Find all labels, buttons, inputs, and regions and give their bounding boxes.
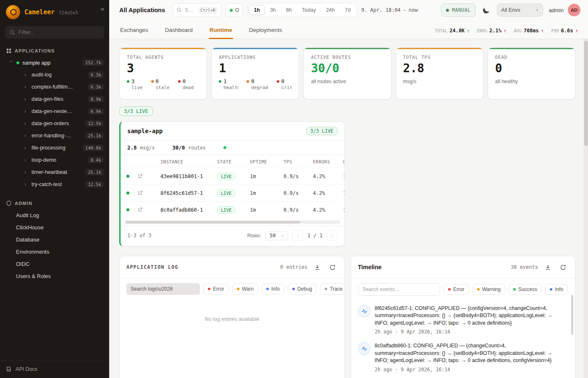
tab-runtime[interactable]: Runtime [209,22,233,39]
sidebar-item-sample-app[interactable]: › sample app 252.7k [0,57,109,68]
tab-bar: Exchanges Dashboard Runtime Deployments … [109,20,588,39]
sidebar-filter-input[interactable] [18,29,100,35]
stat-value: 6.6s [561,28,573,34]
time-range-1h[interactable]: 1h [249,5,265,15]
page-scrollbar-thumb[interactable] [584,41,588,146]
timeline-scrollbar-thumb[interactable] [571,295,573,335]
timeline-filter-warning[interactable]: Warning [472,284,505,295]
next-page-button[interactable]: › [327,230,338,241]
stat-label: ERR% [477,29,487,33]
environment-select[interactable]: All Envs ▾ [497,3,543,17]
count-badge: 252.7k [82,59,104,66]
external-link-icon[interactable] [137,207,160,213]
sidebar-item-data-gen-orders[interactable]: ›data-gen-orders12.5k [0,117,109,129]
cell-errors: 4.2% [313,207,343,213]
avatar[interactable]: AD [568,4,580,16]
horizontal-scrollbar-thumb[interactable] [126,221,300,223]
tab-dashboard[interactable]: Dashboard [164,22,194,39]
sidebar-item-audit-log-admin[interactable]: Audit Log [0,209,109,221]
time-range-3h[interactable]: 3h [265,5,281,15]
breakdown-label: criti [281,85,292,90]
log-filter-error[interactable]: Error [203,284,229,294]
timeline-filter-success[interactable]: Success [509,284,542,295]
api-docs-link[interactable]: API Docs [0,360,109,378]
refresh-icon[interactable] [557,262,568,273]
sidebar-item-file-processing[interactable]: ›file-processing140.8k [0,142,109,154]
download-icon[interactable] [312,262,323,273]
card-body: ACTIVE ROUTES 30/0 all routes active [304,49,391,90]
date-range-display[interactable]: 9. Apr. 18:04 — now [361,7,418,13]
timeline-event[interactable]: 43ee9811b801-1: CONFIG_APPLIED — {change… [358,376,569,378]
sidebar-item-audit-log[interactable]: ›audit-log6.3k [0,68,109,81]
global-search-button[interactable]: S… Ctrl+K [173,3,221,17]
application-log-header: APPLICATION LOG 0 entries [120,256,344,278]
rows-per-page-select[interactable]: 50▾ [265,231,288,240]
manual-dot [446,9,449,12]
status-dot [219,80,221,83]
log-filter-warn[interactable]: Warn [232,284,258,294]
timeline-filter-info[interactable]: Info [545,284,568,295]
applications-section-header: APPLICATIONS [0,45,109,57]
cell-uptime: 1m [250,173,284,179]
sidebar-item-data-gen-files[interactable]: ›data-gen-files8.9k [0,93,109,105]
time-range-7d[interactable]: 7d [340,5,356,15]
card-body: DEAD 0 all healthy [488,49,575,90]
online-indicator[interactable]: O [226,3,243,17]
log-filter-debug[interactable]: Debug [288,284,317,294]
download-icon[interactable] [542,262,553,273]
sidebar-collapse-button[interactable]: « [101,5,104,12]
card-body: TOTAL TPS 2.8 msg/s [396,49,483,90]
count-badge: 12.5k [85,120,104,127]
external-link-icon[interactable] [137,173,160,179]
cell-instance: 43ee9811b801-1 [160,173,217,179]
chip-label: Info [271,286,280,292]
status-dot [292,288,295,290]
table-row[interactable]: 8c0affadb860-1 LIVE 1m 0.9/s 4.2% 1 [121,201,344,218]
sidebar-item-error-handling[interactable]: ›error-handling-…25.1k [0,129,109,142]
page-title: All Applications [119,7,165,13]
timeline-event[interactable]: 8c0affadb860-1: CONFIG_APPLIED — {change… [358,339,569,376]
status-dot [448,288,451,291]
timeline-event[interactable]: 8f6245c61d57-1: CONFIG_APPLIED — {config… [358,301,569,339]
sidebar-item-try-catch-test[interactable]: ›try-catch-test12.5k [0,178,109,190]
sidebar-item-database[interactable]: Database [0,234,109,246]
log-filter-trace[interactable]: Trace [320,284,345,294]
time-range-today[interactable]: Today [297,5,321,15]
status-dot [223,146,226,149]
count-badge: 12.5k [85,181,104,188]
live-filter-chip[interactable]: 3/3 LIVE [119,107,153,116]
log-search-input[interactable] [126,283,200,295]
manual-refresh-button[interactable]: MANUAL [441,3,476,17]
time-range-24h[interactable]: 24h [321,5,340,15]
table-row[interactable]: 8f6245c61d57-1 LIVE 1m 0.9/s 4.2% 1 [121,184,344,201]
time-range-6h[interactable]: 6h [281,5,297,15]
timeline-search-input[interactable] [358,283,440,296]
tab-exchanges[interactable]: Exchanges [119,22,149,39]
dark-mode-toggle[interactable] [480,4,493,16]
sidebar-item-complex-fulfillment[interactable]: ›complex-fulfillm…6.3k [0,81,109,93]
sidebar-item-users-roles[interactable]: Users & Roles [0,270,109,282]
date-separator: — [403,7,406,13]
sidebar-item-environments[interactable]: Environments [0,246,109,258]
tab-deployments[interactable]: Deployments [248,22,283,39]
refresh-icon[interactable] [327,262,338,273]
table-row[interactable]: 43ee9811b801-1 LIVE 1m 0.9/s 4.2% 1 [121,168,344,184]
sidebar-filter[interactable] [5,26,104,39]
sidebar-item-timer-heartbeat[interactable]: ›timer-heartbeat25.1k [0,166,109,178]
chevron-right-icon: › [24,169,29,175]
sidebar-item-data-gen-nested[interactable]: ›data-gen-neste…6.9k [0,105,109,117]
chevron-right-icon: › [24,121,29,126]
event-text: 8f6245c61d57-1: CONFIG_APPLIED — {config… [375,305,563,327]
timeline-filter-error[interactable]: Error [444,284,469,295]
sidebar-item-clickhouse[interactable]: ClickHouse [0,221,109,234]
sidebar-item-oidc[interactable]: OIDC [0,258,109,270]
log-filter-info[interactable]: Info [262,284,284,294]
stat-card-dead: DEAD 0 all healthy [488,47,575,100]
routes-unit: routes [188,145,206,151]
breakdown-value: 0 [183,79,186,84]
cell-h: 1 [343,190,345,196]
sidebar-item-loop-demo[interactable]: ›loop-demo8.4k [0,154,109,166]
prev-page-button[interactable]: ‹ [292,230,303,241]
external-link-icon[interactable] [137,190,160,196]
breakdown-label: degraded [251,85,268,90]
